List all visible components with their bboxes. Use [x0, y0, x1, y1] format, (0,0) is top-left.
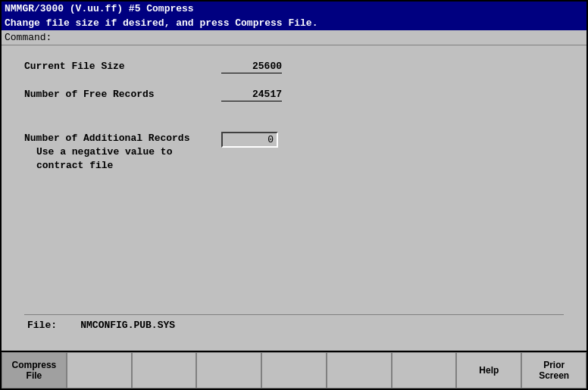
f6-button[interactable]: [327, 352, 392, 388]
prior-screen-button[interactable]: PriorScreen: [521, 352, 586, 388]
title-bar: NMMGR/3000 (V.uu.ff) #5 Compress: [2, 2, 586, 16]
f7-button[interactable]: [392, 352, 457, 388]
current-file-size-row: Current File Size 25600: [24, 61, 564, 73]
command-label: Command:: [5, 32, 52, 43]
current-file-size-value: 25600: [221, 61, 282, 73]
command-bar: Command:: [2, 30, 586, 45]
help-button[interactable]: Help: [456, 352, 521, 388]
file-info: File: NMCONFIG.PUB.SYS: [24, 314, 564, 335]
additional-records-input-wrapper[interactable]: [221, 132, 278, 148]
f3-button[interactable]: [132, 352, 197, 388]
free-records-value: 24517: [221, 89, 282, 101]
main-content: Current File Size 25600 Number of Free R…: [2, 45, 586, 351]
f5-button[interactable]: [261, 352, 327, 388]
function-bar: CompressFile Help PriorScreen: [2, 351, 586, 388]
free-records-row: Number of Free Records 24517: [24, 89, 564, 101]
compress-file-button[interactable]: CompressFile: [2, 352, 67, 388]
additional-records-label: Number of Additional Records Use a negat…: [24, 132, 221, 173]
file-info-filename: NMCONFIG.PUB.SYS: [80, 320, 175, 331]
additional-records-row: Number of Additional Records Use a negat…: [24, 132, 564, 173]
f2-button[interactable]: [67, 352, 132, 388]
current-file-size-label: Current File Size: [24, 61, 221, 72]
instruction-bar: Change file size if desired, and press C…: [2, 16, 586, 30]
additional-records-input[interactable]: [221, 132, 278, 148]
file-info-label: File:: [27, 320, 57, 331]
f4-button[interactable]: [196, 352, 261, 388]
free-records-label: Number of Free Records: [24, 89, 221, 100]
